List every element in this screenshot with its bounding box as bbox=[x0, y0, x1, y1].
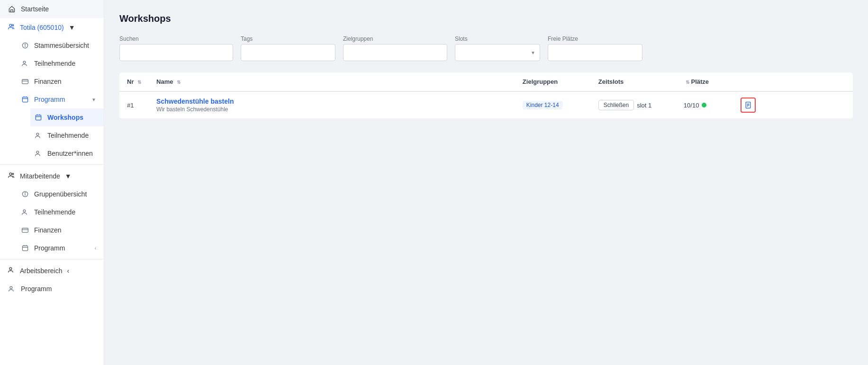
sidebar-group-totila[interactable]: Totila (605010) ▼ bbox=[0, 18, 104, 36]
svg-point-0 bbox=[9, 24, 12, 27]
col-actions bbox=[733, 72, 853, 91]
sidebar: Startseite Totila (605010) ▼ Stammesübe bbox=[0, 0, 104, 365]
svg-point-16 bbox=[36, 133, 39, 135]
freie-input[interactable] bbox=[548, 44, 642, 61]
sidebar-item-finanzen-top[interactable]: Finanzen bbox=[17, 72, 104, 90]
plaetze-status-dot bbox=[702, 103, 706, 107]
sidebar-label-programm-top: Programm bbox=[34, 96, 87, 103]
col-zeitslots: Zeitslots bbox=[591, 72, 676, 91]
home-icon bbox=[8, 5, 16, 13]
sort-icon-name[interactable]: ⇅ bbox=[177, 80, 181, 85]
cell-nr: #1 bbox=[119, 91, 149, 119]
filter-group-freie: Freie Plätze bbox=[548, 36, 642, 61]
filter-label-tags: Tags bbox=[241, 36, 335, 42]
chevron-down-icon-mitarbeitende: ▼ bbox=[65, 172, 72, 180]
sidebar-label-finanzen-top: Finanzen bbox=[34, 78, 96, 85]
sidebar-item-stammesübersicht[interactable]: Stammesübersicht bbox=[17, 36, 104, 54]
filter-label-freie: Freie Plätze bbox=[548, 36, 642, 42]
sidebar-label-programm-mit: Programm bbox=[34, 244, 90, 252]
svg-rect-26 bbox=[22, 246, 27, 250]
sidebar-item-programm-mit[interactable]: Programm ‹ bbox=[17, 239, 104, 257]
cell-action bbox=[733, 91, 853, 119]
sidebar-item-gruppenübersicht[interactable]: Gruppenübersicht bbox=[17, 185, 104, 203]
sidebar-group-arbeitsbereich[interactable]: Arbeitsbereich ‹ bbox=[0, 261, 104, 280]
svg-rect-24 bbox=[22, 228, 28, 232]
credit-card-icon bbox=[21, 77, 29, 86]
users-icon-arbeitsbereich bbox=[8, 266, 15, 275]
filter-group-suchen: Suchen bbox=[119, 36, 233, 61]
filter-select-wrap-slots bbox=[455, 44, 540, 61]
main-content: Workshops Suchen Tags Zielgruppen Slots bbox=[104, 0, 868, 365]
svg-rect-12 bbox=[36, 115, 41, 120]
sidebar-item-teilnehmende-top[interactable]: Teilnehmende bbox=[17, 54, 104, 72]
users-icon-mit bbox=[21, 208, 29, 216]
filter-label-suchen: Suchen bbox=[119, 36, 233, 42]
filter-group-zielgruppen: Zielgruppen bbox=[343, 36, 447, 61]
sidebar-label-startseite: Startseite bbox=[21, 5, 96, 13]
tags-input[interactable] bbox=[241, 44, 335, 61]
credit-card-icon-mit bbox=[21, 226, 29, 234]
sidebar-label-totila: Totila (605010) bbox=[20, 24, 64, 31]
col-name: Name ⇅ bbox=[149, 72, 515, 91]
sidebar-item-teilnehmende-mit[interactable]: Teilnehmende bbox=[17, 203, 104, 221]
sidebar-label-arbeitsbereich: Arbeitsbereich bbox=[20, 267, 63, 275]
svg-point-30 bbox=[9, 267, 12, 270]
svg-point-19 bbox=[12, 173, 14, 175]
svg-point-31 bbox=[10, 286, 12, 289]
zeitslot-cell: Schließen slot 1 bbox=[598, 100, 669, 110]
workshops-table: Nr ⇅ Name ⇅ Zielgruppen Zeitslots bbox=[119, 72, 853, 119]
svg-point-18 bbox=[9, 173, 12, 175]
slots-select[interactable] bbox=[455, 44, 540, 61]
col-zielgruppen: Zielgruppen bbox=[515, 72, 591, 91]
sidebar-item-startseite[interactable]: Startseite bbox=[0, 0, 104, 18]
zielgruppe-badge: Kinder 12-14 bbox=[523, 101, 563, 109]
sidebar-programm-subitems: Workshops Teilnehmende B bbox=[17, 108, 104, 162]
filter-group-tags: Tags bbox=[241, 36, 335, 61]
calendar-icon-workshops bbox=[34, 113, 43, 122]
sidebar-item-programm-ab[interactable]: Programm bbox=[0, 280, 104, 298]
users-icon-benutzer bbox=[34, 149, 43, 158]
sidebar-item-programm-top[interactable]: Programm ▼ bbox=[17, 90, 104, 108]
sort-icon-nr[interactable]: ⇅ bbox=[137, 80, 141, 85]
svg-point-22 bbox=[25, 193, 25, 193]
sidebar-item-benutzerinnen[interactable]: Benutzer*innen bbox=[30, 144, 104, 162]
sidebar-label-teilnehmende-mit: Teilnehmende bbox=[34, 208, 96, 216]
sidebar-group-mitarbeitende[interactable]: Mitarbeitende ▼ bbox=[0, 167, 104, 185]
sidebar-label-programm-ab: Programm bbox=[21, 285, 96, 293]
sidebar-sub-totila: Stammesübersicht Teilnehmende Finanzen bbox=[0, 36, 104, 162]
svg-rect-6 bbox=[22, 80, 28, 84]
table-row: #1 Schwedenstühle basteln Wir basteln Sc… bbox=[119, 91, 853, 119]
plaetze-value: 10/10 bbox=[684, 102, 725, 109]
chevron-down-icon-programm: ▼ bbox=[91, 97, 96, 102]
filter-label-slots: Slots bbox=[455, 36, 540, 42]
sidebar-item-teilnehmende-prog[interactable]: Teilnehmende bbox=[30, 126, 104, 144]
search-input[interactable] bbox=[119, 44, 233, 61]
svg-point-17 bbox=[36, 151, 39, 153]
svg-point-23 bbox=[23, 210, 26, 212]
zeitslot-value: slot 1 bbox=[637, 102, 651, 109]
sort-icon-plaetze[interactable]: ⇅ bbox=[686, 80, 689, 85]
workshop-description: Wir basteln Schwedenstühle bbox=[156, 106, 507, 113]
svg-rect-8 bbox=[22, 97, 27, 102]
sidebar-item-workshops[interactable]: Workshops bbox=[30, 108, 104, 126]
info-icon bbox=[21, 41, 29, 50]
svg-point-5 bbox=[23, 61, 26, 63]
workshop-name: Schwedenstühle basteln bbox=[156, 98, 507, 105]
sidebar-item-finanzen-mit[interactable]: Finanzen bbox=[17, 221, 104, 239]
plaetze-text: 10/10 bbox=[684, 102, 699, 109]
filter-row: Suchen Tags Zielgruppen Slots Fr bbox=[119, 36, 853, 61]
cell-zeitslots: Schließen slot 1 bbox=[591, 91, 676, 119]
sidebar-label-benutzerinnen: Benutzer*innen bbox=[47, 150, 96, 157]
sidebar-sub-mitarbeitende: Gruppenübersicht Teilnehmende Finanzen bbox=[0, 185, 104, 257]
users-icon-prog bbox=[34, 131, 43, 140]
sidebar-label-teilnehmende-top: Teilnehmende bbox=[34, 60, 96, 67]
chevron-down-icon-totila: ▼ bbox=[69, 24, 75, 31]
cell-zielgruppen: Kinder 12-14 bbox=[515, 91, 591, 119]
chevron-left-icon-programm-mit: ‹ bbox=[95, 246, 96, 251]
zielgruppen-input[interactable] bbox=[343, 44, 447, 61]
document-action-button[interactable] bbox=[741, 98, 756, 113]
schliessen-button[interactable]: Schließen bbox=[598, 100, 634, 110]
sidebar-label-mitarbeitende: Mitarbeitende bbox=[20, 172, 60, 180]
cell-plaetze: 10/10 bbox=[676, 91, 733, 119]
chevron-left-icon-arbeitsbereich: ‹ bbox=[67, 267, 70, 275]
